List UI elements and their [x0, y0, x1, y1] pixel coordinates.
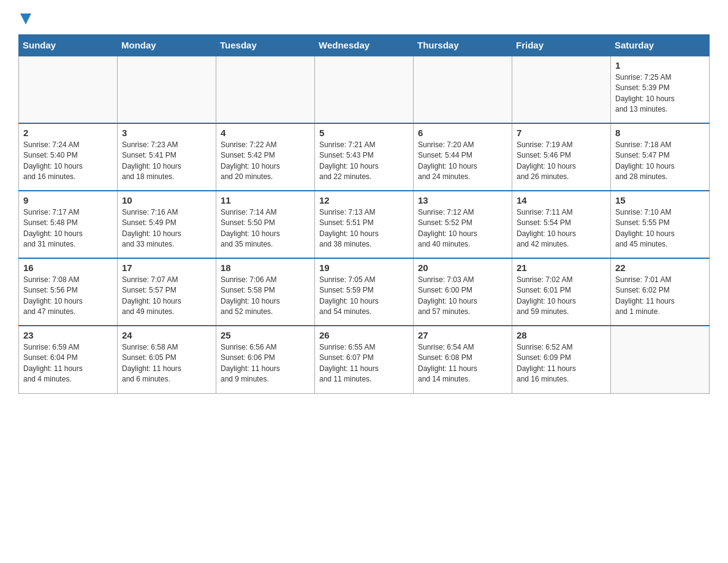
day-number: 10 [122, 195, 211, 205]
day-info: Sunrise: 7:12 AM Sunset: 5:52 PM Dayligh… [418, 207, 507, 250]
day-info: Sunrise: 7:08 AM Sunset: 5:56 PM Dayligh… [23, 275, 113, 318]
logo [18, 12, 31, 25]
calendar-cell: 28Sunrise: 6:52 AM Sunset: 6:09 PM Dayli… [512, 326, 611, 393]
day-info: Sunrise: 7:11 AM Sunset: 5:54 PM Dayligh… [517, 207, 606, 250]
day-info: Sunrise: 6:55 AM Sunset: 6:07 PM Dayligh… [319, 342, 409, 385]
calendar-cell: 25Sunrise: 6:56 AM Sunset: 6:06 PM Dayli… [216, 326, 315, 393]
day-number: 5 [319, 128, 409, 138]
day-number: 23 [23, 330, 113, 340]
calendar-table: SundayMondayTuesdayWednesdayThursdayFrid… [18, 34, 710, 394]
day-info: Sunrise: 7:05 AM Sunset: 5:59 PM Dayligh… [319, 275, 409, 318]
calendar-cell [315, 56, 414, 123]
weekday-header-saturday: Saturday [611, 35, 710, 56]
day-number: 22 [615, 262, 705, 273]
calendar-cell: 13Sunrise: 7:12 AM Sunset: 5:52 PM Dayli… [414, 191, 512, 258]
calendar-cell: 21Sunrise: 7:02 AM Sunset: 6:01 PM Dayli… [512, 258, 611, 326]
day-info: Sunrise: 7:19 AM Sunset: 5:46 PM Dayligh… [517, 140, 606, 183]
calendar-cell [19, 56, 118, 123]
calendar-cell: 2Sunrise: 7:24 AM Sunset: 5:40 PM Daylig… [19, 123, 118, 191]
day-number: 27 [418, 330, 507, 340]
calendar-cell: 8Sunrise: 7:18 AM Sunset: 5:47 PM Daylig… [611, 123, 710, 191]
calendar-cell [216, 56, 315, 123]
calendar-cell: 12Sunrise: 7:13 AM Sunset: 5:51 PM Dayli… [315, 191, 414, 258]
day-number: 1 [615, 60, 705, 71]
calendar-cell: 17Sunrise: 7:07 AM Sunset: 5:57 PM Dayli… [118, 258, 216, 326]
weekday-header-tuesday: Tuesday [216, 35, 315, 56]
calendar-week-row: 2Sunrise: 7:24 AM Sunset: 5:40 PM Daylig… [19, 123, 710, 191]
day-number: 17 [122, 262, 211, 273]
weekday-header-thursday: Thursday [414, 35, 512, 56]
day-info: Sunrise: 7:10 AM Sunset: 5:55 PM Dayligh… [615, 207, 705, 250]
svg-marker-0 [20, 13, 31, 25]
day-info: Sunrise: 7:18 AM Sunset: 5:47 PM Dayligh… [615, 140, 705, 183]
weekday-header-friday: Friday [512, 35, 611, 56]
day-number: 6 [418, 128, 507, 138]
weekday-header-sunday: Sunday [19, 35, 118, 56]
day-number: 7 [517, 128, 606, 138]
day-info: Sunrise: 7:22 AM Sunset: 5:42 PM Dayligh… [221, 140, 310, 183]
calendar-week-row: 1Sunrise: 7:25 AM Sunset: 5:39 PM Daylig… [19, 56, 710, 123]
day-info: Sunrise: 7:14 AM Sunset: 5:50 PM Dayligh… [221, 207, 310, 250]
calendar-cell: 7Sunrise: 7:19 AM Sunset: 5:46 PM Daylig… [512, 123, 611, 191]
calendar-cell: 22Sunrise: 7:01 AM Sunset: 6:02 PM Dayli… [611, 258, 710, 326]
weekday-header-wednesday: Wednesday [315, 35, 414, 56]
day-number: 20 [418, 262, 507, 273]
calendar-cell: 3Sunrise: 7:23 AM Sunset: 5:41 PM Daylig… [118, 123, 216, 191]
day-info: Sunrise: 6:56 AM Sunset: 6:06 PM Dayligh… [221, 342, 310, 385]
day-number: 2 [23, 128, 113, 138]
calendar-cell: 23Sunrise: 6:59 AM Sunset: 6:04 PM Dayli… [19, 326, 118, 393]
day-info: Sunrise: 6:54 AM Sunset: 6:08 PM Dayligh… [418, 342, 507, 385]
calendar-cell: 15Sunrise: 7:10 AM Sunset: 5:55 PM Dayli… [611, 191, 710, 258]
calendar-cell: 19Sunrise: 7:05 AM Sunset: 5:59 PM Dayli… [315, 258, 414, 326]
calendar-cell: 9Sunrise: 7:17 AM Sunset: 5:48 PM Daylig… [19, 191, 118, 258]
calendar-cell: 5Sunrise: 7:21 AM Sunset: 5:43 PM Daylig… [315, 123, 414, 191]
day-number: 15 [615, 195, 705, 205]
day-number: 12 [319, 195, 409, 205]
day-number: 13 [418, 195, 507, 205]
day-info: Sunrise: 7:02 AM Sunset: 6:01 PM Dayligh… [517, 275, 606, 318]
calendar-cell: 1Sunrise: 7:25 AM Sunset: 5:39 PM Daylig… [611, 56, 710, 123]
day-number: 8 [615, 128, 705, 138]
day-info: Sunrise: 6:58 AM Sunset: 6:05 PM Dayligh… [122, 342, 211, 385]
day-info: Sunrise: 7:24 AM Sunset: 5:40 PM Dayligh… [23, 140, 113, 183]
calendar-cell: 24Sunrise: 6:58 AM Sunset: 6:05 PM Dayli… [118, 326, 216, 393]
day-info: Sunrise: 7:20 AM Sunset: 5:44 PM Dayligh… [418, 140, 507, 183]
day-info: Sunrise: 7:17 AM Sunset: 5:48 PM Dayligh… [23, 207, 113, 250]
calendar-week-row: 9Sunrise: 7:17 AM Sunset: 5:48 PM Daylig… [19, 191, 710, 258]
day-info: Sunrise: 7:16 AM Sunset: 5:49 PM Dayligh… [122, 207, 211, 250]
day-number: 9 [23, 195, 113, 205]
calendar-week-row: 23Sunrise: 6:59 AM Sunset: 6:04 PM Dayli… [19, 326, 710, 393]
weekday-header-row: SundayMondayTuesdayWednesdayThursdayFrid… [19, 35, 710, 56]
day-info: Sunrise: 7:01 AM Sunset: 6:02 PM Dayligh… [615, 275, 705, 318]
day-number: 14 [517, 195, 606, 205]
day-number: 11 [221, 195, 310, 205]
calendar-cell: 20Sunrise: 7:03 AM Sunset: 6:00 PM Dayli… [414, 258, 512, 326]
calendar-cell: 27Sunrise: 6:54 AM Sunset: 6:08 PM Dayli… [414, 326, 512, 393]
day-number: 16 [23, 262, 113, 273]
day-info: Sunrise: 7:07 AM Sunset: 5:57 PM Dayligh… [122, 275, 211, 318]
day-info: Sunrise: 7:06 AM Sunset: 5:58 PM Dayligh… [221, 275, 310, 318]
day-number: 4 [221, 128, 310, 138]
day-number: 19 [319, 262, 409, 273]
day-info: Sunrise: 7:03 AM Sunset: 6:00 PM Dayligh… [418, 275, 507, 318]
page-header [18, 12, 710, 25]
day-number: 28 [517, 330, 606, 340]
calendar-cell [414, 56, 512, 123]
calendar-cell [118, 56, 216, 123]
calendar-cell [611, 326, 710, 393]
calendar-cell: 6Sunrise: 7:20 AM Sunset: 5:44 PM Daylig… [414, 123, 512, 191]
calendar-cell: 14Sunrise: 7:11 AM Sunset: 5:54 PM Dayli… [512, 191, 611, 258]
day-info: Sunrise: 6:52 AM Sunset: 6:09 PM Dayligh… [517, 342, 606, 385]
day-info: Sunrise: 7:13 AM Sunset: 5:51 PM Dayligh… [319, 207, 409, 250]
day-number: 24 [122, 330, 211, 340]
calendar-cell [512, 56, 611, 123]
day-number: 25 [221, 330, 310, 340]
day-number: 21 [517, 262, 606, 273]
calendar-cell: 10Sunrise: 7:16 AM Sunset: 5:49 PM Dayli… [118, 191, 216, 258]
day-number: 18 [221, 262, 310, 273]
calendar-cell: 11Sunrise: 7:14 AM Sunset: 5:50 PM Dayli… [216, 191, 315, 258]
day-info: Sunrise: 7:25 AM Sunset: 5:39 PM Dayligh… [615, 72, 705, 115]
day-info: Sunrise: 7:21 AM Sunset: 5:43 PM Dayligh… [319, 140, 409, 183]
day-number: 26 [319, 330, 409, 340]
day-info: Sunrise: 6:59 AM Sunset: 6:04 PM Dayligh… [23, 342, 113, 385]
